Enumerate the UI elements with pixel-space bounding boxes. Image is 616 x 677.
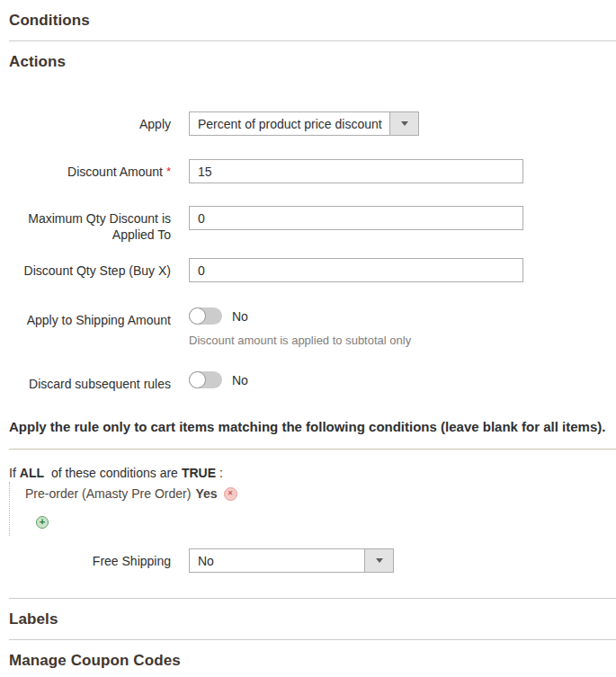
condition-aggregator-line: IfALLof these conditions areTRUE:: [9, 466, 616, 481]
field-free-shipping: Free Shipping No: [0, 548, 616, 573]
section-title: Conditions: [9, 12, 90, 29]
chevron-down-glyph: [376, 558, 383, 563]
condition-add-row: +: [25, 512, 616, 529]
apply-to-shipping-toggle[interactable]: [189, 307, 222, 325]
conditions-tree: IfALLof these conditions areTRUE: Pre-or…: [0, 450, 616, 573]
rule-conditions-heading: Apply the rule only to cart items matchi…: [9, 418, 616, 435]
section-title: Manage Coupon Codes: [9, 652, 181, 669]
free-shipping-label: Free Shipping: [0, 548, 171, 569]
condition-text[interactable]: Pre-order (Amasty Pre Order): [25, 486, 191, 501]
delete-glyph: ✕: [228, 490, 234, 497]
qty-step-label: Discount Qty Step (Buy X): [0, 258, 171, 279]
chevron-down-icon[interactable]: [389, 112, 418, 135]
max-qty-input[interactable]: [189, 206, 523, 230]
discount-amount-label-text: Discount Amount: [67, 165, 163, 179]
field-qty-step: Discount Qty Step (Buy X): [0, 258, 616, 282]
discount-amount-label: Discount Amount*: [0, 159, 171, 180]
colon-text: :: [219, 466, 223, 480]
aggregator-toggle[interactable]: ALL: [20, 466, 44, 480]
max-qty-label: Maximum Qty Discount is Applied To: [0, 206, 171, 243]
discard-subsequent-toggle[interactable]: [189, 371, 222, 388]
field-apply-to-shipping: Apply to Shipping Amount No Discount amo…: [0, 307, 616, 347]
field-discount-amount: Discount Amount*: [0, 159, 616, 183]
add-condition-icon[interactable]: +: [36, 516, 49, 529]
field-apply: Apply Percent of product price discount: [0, 111, 616, 136]
apply-to-shipping-state: No: [232, 308, 248, 324]
apply-to-shipping-note: Discount amount is applied to subtotal o…: [189, 334, 411, 347]
section-header-labels[interactable]: Labels: [0, 599, 616, 639]
section-title: Labels: [9, 610, 58, 628]
discard-subsequent-label: Discard subsequent rules: [0, 371, 171, 392]
chevron-down-glyph: [401, 121, 408, 126]
apply-to-shipping-label: Apply to Shipping Amount: [0, 307, 171, 328]
qty-step-input[interactable]: [189, 258, 523, 282]
delete-condition-icon[interactable]: ✕: [224, 487, 237, 501]
required-asterisk: *: [166, 165, 171, 178]
add-glyph: +: [40, 517, 45, 527]
condition-value[interactable]: Yes: [195, 486, 217, 501]
apply-select[interactable]: Percent of product price discount: [189, 111, 419, 136]
section-title: Actions: [9, 53, 66, 70]
apply-select-value: Percent of product price discount: [190, 112, 389, 135]
free-shipping-select[interactable]: No: [189, 548, 394, 573]
section-header-conditions[interactable]: Conditions: [0, 0, 616, 40]
condition-item: Pre-order (Amasty Pre Order) Yes ✕: [25, 486, 616, 501]
value-toggle[interactable]: TRUE: [182, 466, 216, 480]
toggle-knob: [189, 307, 206, 325]
condition-children: Pre-order (Amasty Pre Order) Yes ✕ +: [9, 482, 616, 536]
discard-subsequent-state: No: [232, 372, 248, 387]
toggle-knob: [189, 371, 206, 388]
actions-form: Apply Percent of product price discount …: [0, 82, 616, 573]
section-header-manage-coupon-codes[interactable]: Manage Coupon Codes: [0, 640, 616, 677]
cart-price-rule-panel: Conditions Actions Apply Percent of prod…: [0, 0, 616, 677]
free-shipping-select-value: No: [190, 549, 364, 572]
middle-text: of these conditions are: [51, 466, 178, 480]
discount-amount-input[interactable]: [189, 159, 523, 183]
section-header-actions[interactable]: Actions: [0, 41, 616, 82]
if-text: If: [9, 466, 16, 480]
field-max-qty: Maximum Qty Discount is Applied To: [0, 206, 616, 243]
apply-label: Apply: [0, 111, 171, 132]
chevron-down-icon[interactable]: [364, 549, 393, 572]
field-discard-subsequent: Discard subsequent rules No: [0, 371, 616, 392]
